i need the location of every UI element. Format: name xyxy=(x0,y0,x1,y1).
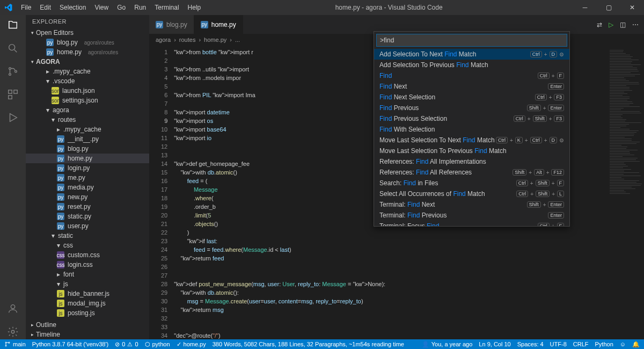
palette-item[interactable]: Find With Selection xyxy=(374,124,569,135)
breadcrumb-segment[interactable]: agora xyxy=(156,37,171,43)
indent[interactable]: Spaces: 4 xyxy=(517,341,544,347)
explorer-icon[interactable] xyxy=(7,19,19,33)
palette-item[interactable]: Find Previous SelectionCtrl+Shift+F3 xyxy=(374,113,569,124)
python-interpreter[interactable]: Python 3.8.7 64-bit ('venv38') xyxy=(32,341,108,347)
current-file[interactable]: ✓ home.py xyxy=(177,341,206,348)
settings-icon[interactable] xyxy=(7,326,19,339)
timeline-section[interactable]: ▸Timeline xyxy=(26,330,149,339)
tree-item[interactable]: ▾css xyxy=(26,241,149,250)
run-icon[interactable]: ▷ xyxy=(609,21,613,28)
palette-item[interactable]: Search: Find in FilesCtrl+Shift+F xyxy=(374,178,569,188)
command-palette-input[interactable] xyxy=(376,34,567,47)
notifications-icon[interactable]: 🔔 xyxy=(632,341,640,348)
palette-item[interactable]: Move Last Selection To Next Find MatchCt… xyxy=(374,135,569,146)
palette-item[interactable]: Find PreviousShift+Enter xyxy=(374,103,569,113)
tab-home.py[interactable]: pyhome.py xyxy=(194,15,243,34)
breadcrumb-segment[interactable]: routes xyxy=(179,37,196,43)
dev-container[interactable]: ⬡ python xyxy=(145,341,170,348)
tree-item[interactable]: jsposting.js xyxy=(26,308,149,318)
tab-blog.py[interactable]: pyblog.py xyxy=(149,15,194,34)
menu-run[interactable]: Run xyxy=(130,2,150,13)
breadcrumb-segment[interactable]: ... xyxy=(235,37,240,43)
palette-item[interactable]: Add Selection To Previous Find Match xyxy=(374,60,569,70)
menu-edit[interactable]: Edit xyxy=(36,2,55,13)
account-icon[interactable] xyxy=(7,303,19,316)
tree-item[interactable]: py__init__.py xyxy=(26,134,149,144)
more-icon[interactable]: ⋯ xyxy=(632,21,639,28)
problems[interactable]: ⊘ 0 ⚠ 0 xyxy=(115,341,138,348)
palette-item[interactable]: Add Selection To Next Find MatchCtrl+D ⚙ xyxy=(374,49,569,60)
tree-item[interactable]: pyreset.py xyxy=(26,202,149,212)
breadcrumb-segment[interactable]: home.py xyxy=(204,37,226,43)
extensions-icon[interactable] xyxy=(7,89,19,102)
palette-item[interactable]: Find NextEnter xyxy=(374,81,569,92)
menu-help[interactable]: Help xyxy=(184,2,205,13)
tree-item[interactable]: ▾routes xyxy=(26,115,149,125)
outline-section[interactable]: ▸Outline xyxy=(26,320,149,330)
tree-item[interactable]: jsonlaunch.json xyxy=(26,86,149,96)
gear-icon[interactable]: ⚙ xyxy=(559,137,564,143)
py-icon: py xyxy=(57,135,64,143)
tree-item[interactable]: ▸.mypy_cache xyxy=(26,67,149,76)
menu-file[interactable]: File xyxy=(17,2,35,13)
minimap[interactable] xyxy=(606,46,644,339)
palette-item[interactable]: References: Find All Implementations xyxy=(374,156,569,167)
menu-terminal[interactable]: Terminal xyxy=(151,2,182,13)
palette-item[interactable]: Find Next SelectionCtrl+F3 xyxy=(374,92,569,103)
tree-item[interactable]: pyme.py xyxy=(26,173,149,183)
tree-item[interactable]: jsmodal_img.js xyxy=(26,299,149,308)
word-count[interactable]: 380 Words, 5082 Chars, 188 Lines, 32 Par… xyxy=(213,341,404,347)
language-mode[interactable]: Python xyxy=(595,341,613,347)
palette-item[interactable]: Terminal: Find PreviousEnter xyxy=(374,210,569,221)
git-branch[interactable]: main xyxy=(4,341,26,347)
tree-item[interactable]: csscustom.css xyxy=(26,250,149,260)
maximize-icon[interactable]: ▢ xyxy=(597,0,620,15)
minimize-icon[interactable]: ─ xyxy=(573,0,597,15)
source-control-icon[interactable] xyxy=(7,66,19,79)
tree-item[interactable]: pystatic.py xyxy=(26,212,149,221)
tree-item[interactable]: ▾agora xyxy=(26,105,149,115)
tree-item[interactable]: pynew.py xyxy=(26,192,149,202)
menu-selection[interactable]: Selection xyxy=(56,2,90,13)
palette-item[interactable]: Select All Occurrences of Find MatchCtrl… xyxy=(374,188,569,199)
tree-item[interactable]: csslogin.css xyxy=(26,260,149,270)
tree-item[interactable]: jshide_banner.js xyxy=(26,289,149,299)
search-icon[interactable] xyxy=(7,42,19,56)
chevron-down-icon: ▾ xyxy=(52,232,55,239)
tree-item[interactable]: pymedia.py xyxy=(26,183,149,192)
svg-point-0 xyxy=(9,45,15,50)
open-editors-section[interactable]: ▾Open Editors xyxy=(26,28,149,38)
open-editor-item[interactable]: pyhome.pyagora\routes xyxy=(26,47,149,57)
tree-item[interactable]: ▸font xyxy=(26,270,149,279)
split-icon[interactable]: ◫ xyxy=(620,21,626,28)
py-icon: py xyxy=(57,145,64,152)
eol[interactable]: CRLF xyxy=(573,341,589,347)
workspace-section[interactable]: ▾AGORA xyxy=(26,57,149,67)
close-icon[interactable]: ✕ xyxy=(620,0,644,15)
tree-item[interactable]: pyuser.py xyxy=(26,221,149,231)
palette-item[interactable]: Terminal: Find NextShift+Enter xyxy=(374,199,569,210)
compare-icon[interactable]: ⇄ xyxy=(597,21,602,28)
tree-item[interactable]: pyblog.py xyxy=(26,144,149,154)
menu-go[interactable]: Go xyxy=(113,2,129,13)
tree-item[interactable]: pyhome.py xyxy=(26,154,149,163)
palette-item[interactable]: References: Find All ReferencesShift+Alt… xyxy=(374,167,569,178)
tree-item[interactable]: pylogin.py xyxy=(26,163,149,173)
menu-view[interactable]: View xyxy=(91,2,112,13)
gear-icon[interactable]: ⚙ xyxy=(559,52,564,57)
tree-item[interactable]: ▾js xyxy=(26,279,149,289)
open-editor-item[interactable]: pyblog.pyagora\routes xyxy=(26,38,149,47)
encoding[interactable]: UTF-8 xyxy=(550,341,567,347)
tree-item[interactable]: ▾.vscode xyxy=(26,76,149,86)
run-debug-icon[interactable] xyxy=(7,112,19,125)
feedback-icon[interactable]: ☺ xyxy=(620,341,626,347)
explorer-sidebar: Explorer ▾Open Editors pyblog.pyagora\ro… xyxy=(26,15,149,339)
palette-item[interactable]: FindCtrl+F xyxy=(374,70,569,81)
palette-item[interactable]: Terminal: Focus FindCtrl+F xyxy=(374,221,569,226)
tree-item[interactable]: ▸.mypy_cache xyxy=(26,125,149,134)
tree-item[interactable]: jsonsettings.json xyxy=(26,96,149,105)
tree-item[interactable]: ▾static xyxy=(26,231,149,241)
git-blame[interactable]: 👤 You, a year ago xyxy=(422,341,473,348)
palette-item[interactable]: Move Last Selection To Previous Find Mat… xyxy=(374,146,569,156)
cursor-position[interactable]: Ln 9, Col 10 xyxy=(479,341,510,347)
